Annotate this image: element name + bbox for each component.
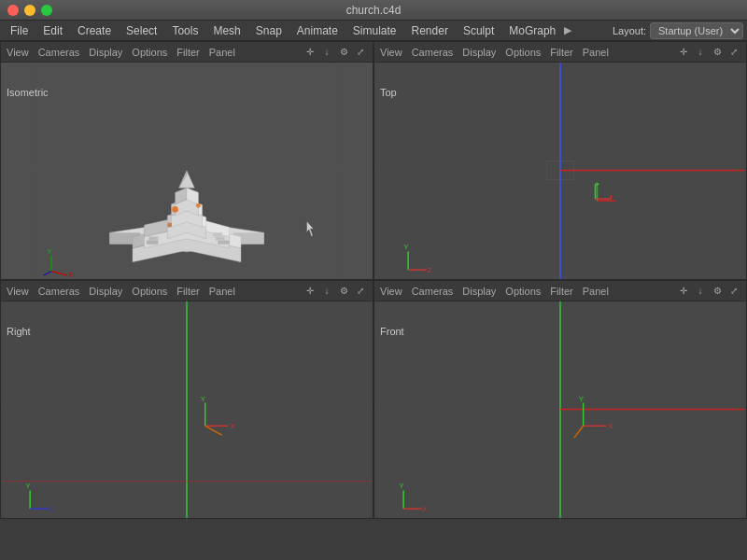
layout-selector: Layout: Startup (User) bbox=[613, 22, 743, 39]
maximize-button[interactable] bbox=[41, 5, 52, 16]
expand-icon-right[interactable]: ⤢ bbox=[354, 285, 367, 298]
vt-options-top[interactable]: Options bbox=[505, 47, 541, 58]
viewport-toolbar-front: View Cameras Display Options Filter Pane… bbox=[374, 281, 746, 301]
top-scene: Y Z bbox=[374, 63, 746, 279]
menu-file[interactable]: File bbox=[4, 22, 35, 39]
move-icon-right[interactable]: ✛ bbox=[303, 285, 317, 298]
svg-rect-37 bbox=[148, 236, 158, 240]
vt-display-iso[interactable]: Display bbox=[89, 47, 122, 58]
vt-icons-top: ✛ ↓ ⚙ ⤢ bbox=[677, 46, 740, 59]
expand-icon-front[interactable]: ⤢ bbox=[727, 285, 740, 298]
vt-view-front[interactable]: View bbox=[380, 286, 402, 297]
vt-filter-iso[interactable]: Filter bbox=[176, 47, 199, 58]
viewports: View Cameras Display Options Filter Pane… bbox=[0, 41, 747, 519]
vt-filter-right[interactable]: Filter bbox=[176, 286, 199, 297]
vt-panel-right[interactable]: Panel bbox=[209, 286, 235, 297]
vt-options-iso[interactable]: Options bbox=[132, 47, 167, 58]
layout-label: Layout: bbox=[613, 25, 646, 36]
menu-bar: File Edit Create Select Tools Mesh Snap … bbox=[0, 21, 747, 41]
front-scene: Y X Y X bbox=[374, 301, 746, 518]
viewport-toolbar-top: View Cameras Display Options Filter Pane… bbox=[374, 42, 746, 63]
down-icon-front[interactable]: ↓ bbox=[694, 285, 707, 298]
close-button[interactable] bbox=[7, 5, 19, 16]
expand-icon-top[interactable]: ⤢ bbox=[727, 46, 740, 59]
svg-text:Z: Z bbox=[49, 505, 53, 513]
vt-display-right[interactable]: Display bbox=[89, 286, 122, 297]
viewport-top[interactable]: View Cameras Display Options Filter Pane… bbox=[374, 41, 747, 280]
right-scene: Y X Y Z bbox=[1, 301, 373, 518]
down-icon-iso[interactable]: ↓ bbox=[320, 46, 333, 59]
svg-text:X: X bbox=[608, 422, 613, 430]
vt-panel-iso[interactable]: Panel bbox=[209, 47, 235, 58]
menu-simulate[interactable]: Simulate bbox=[346, 22, 403, 39]
settings-icon-front[interactable]: ⚙ bbox=[711, 285, 724, 298]
svg-text:Y: Y bbox=[25, 482, 31, 490]
settings-icon-top[interactable]: ⚙ bbox=[711, 46, 724, 59]
viewport-isometric[interactable]: View Cameras Display Options Filter Pane… bbox=[0, 41, 374, 280]
menu-animate[interactable]: Animate bbox=[290, 22, 345, 39]
svg-text:Y: Y bbox=[579, 395, 585, 403]
viewport-content-front: Front Y X Y X bbox=[374, 301, 746, 518]
menu-create[interactable]: Create bbox=[71, 22, 118, 39]
menu-tools[interactable]: Tools bbox=[165, 22, 204, 39]
svg-text:Z: Z bbox=[428, 266, 432, 274]
viewport-content-right: Right Y X Y Z bbox=[1, 301, 373, 518]
move-icon-front[interactable]: ✛ bbox=[677, 285, 690, 298]
down-icon-top[interactable]: ↓ bbox=[694, 46, 707, 59]
layout-dropdown[interactable]: Startup (User) bbox=[650, 22, 743, 39]
svg-text:X: X bbox=[422, 505, 428, 513]
vt-display-front[interactable]: Display bbox=[462, 286, 496, 297]
viewport-toolbar-right: View Cameras Display Options Filter Pane… bbox=[1, 281, 373, 301]
settings-icon-iso[interactable]: ⚙ bbox=[337, 46, 350, 59]
viewport-content-top: Top bbox=[374, 63, 746, 279]
viewport-front[interactable]: View Cameras Display Options Filter Pane… bbox=[374, 280, 747, 519]
svg-rect-34 bbox=[216, 236, 225, 240]
window-title: church.c4d bbox=[346, 4, 402, 17]
viewport-toolbar-isometric: View Cameras Display Options Filter Pane… bbox=[1, 42, 373, 63]
viewport-content-isometric: Isometric bbox=[1, 63, 373, 279]
expand-icon-iso[interactable]: ⤢ bbox=[354, 46, 367, 59]
svg-rect-36 bbox=[147, 241, 158, 245]
menu-mograph[interactable]: MoGraph bbox=[502, 22, 562, 39]
move-icon-top[interactable]: ✛ bbox=[677, 46, 690, 59]
svg-text:Y: Y bbox=[201, 395, 206, 403]
vt-filter-front[interactable]: Filter bbox=[550, 286, 572, 297]
vt-cameras-front[interactable]: Cameras bbox=[412, 286, 454, 297]
isometric-scene: Y X bbox=[1, 63, 373, 279]
svg-point-31 bbox=[196, 203, 201, 208]
down-icon-right[interactable]: ↓ bbox=[320, 285, 333, 298]
vt-view-top[interactable]: View bbox=[380, 47, 402, 58]
vt-cameras-right[interactable]: Cameras bbox=[38, 286, 80, 297]
menu-select[interactable]: Select bbox=[120, 22, 163, 39]
menu-edit[interactable]: Edit bbox=[36, 22, 69, 39]
viewport-right[interactable]: View Cameras Display Options Filter Pane… bbox=[0, 280, 374, 519]
vt-options-right[interactable]: Options bbox=[132, 286, 167, 297]
menu-mesh[interactable]: Mesh bbox=[206, 22, 247, 39]
menu-snap[interactable]: Snap bbox=[249, 22, 289, 39]
vt-icons-iso: ✛ ↓ ⚙ ⤢ bbox=[303, 46, 367, 59]
svg-text:Y: Y bbox=[48, 248, 52, 255]
svg-text:X: X bbox=[230, 422, 235, 430]
svg-rect-33 bbox=[218, 241, 229, 245]
vt-panel-top[interactable]: Panel bbox=[583, 47, 609, 58]
title-bar: church.c4d bbox=[0, 0, 747, 21]
vt-options-front[interactable]: Options bbox=[505, 286, 541, 297]
vt-filter-top[interactable]: Filter bbox=[550, 47, 572, 58]
svg-text:Y: Y bbox=[399, 482, 404, 490]
svg-rect-35 bbox=[213, 232, 222, 236]
vt-view-right[interactable]: View bbox=[7, 286, 29, 297]
vt-cameras-top[interactable]: Cameras bbox=[412, 47, 454, 58]
vt-icons-right: ✛ ↓ ⚙ ⤢ bbox=[303, 285, 367, 298]
vt-icons-front: ✛ ↓ ⚙ ⤢ bbox=[677, 285, 740, 298]
menu-sculpt[interactable]: Sculpt bbox=[457, 22, 500, 39]
minimize-button[interactable] bbox=[24, 5, 35, 16]
svg-text:Y: Y bbox=[403, 243, 409, 251]
vt-panel-front[interactable]: Panel bbox=[583, 286, 609, 297]
more-menus-icon[interactable]: ▶ bbox=[564, 24, 571, 36]
vt-display-top[interactable]: Display bbox=[462, 47, 496, 58]
menu-render[interactable]: Render bbox=[405, 22, 455, 39]
vt-cameras-iso[interactable]: Cameras bbox=[38, 47, 80, 58]
move-icon-iso[interactable]: ✛ bbox=[303, 46, 317, 59]
vt-view-iso[interactable]: View bbox=[7, 47, 29, 58]
settings-icon-right[interactable]: ⚙ bbox=[337, 285, 350, 298]
